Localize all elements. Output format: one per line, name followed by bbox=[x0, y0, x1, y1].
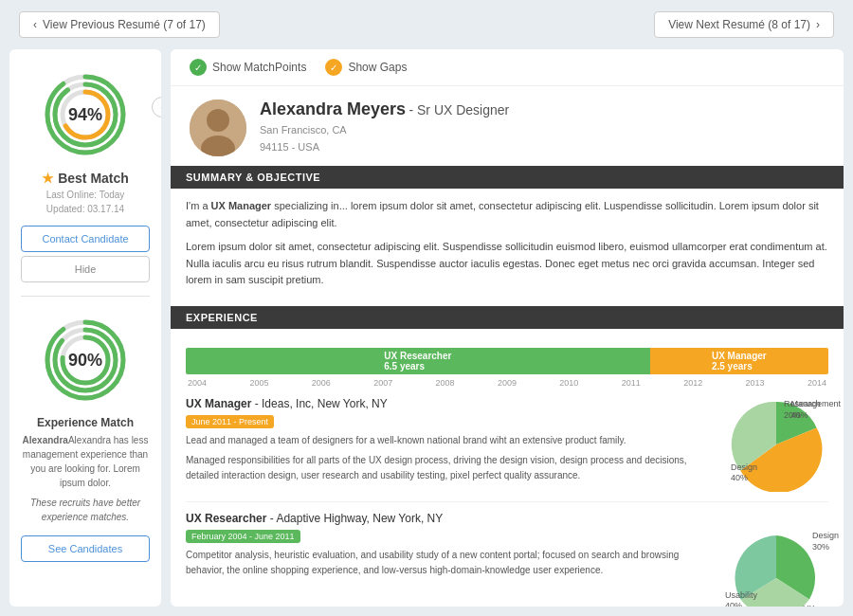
best-match-label: ★ Best Match bbox=[42, 171, 129, 186]
job-title-researcher: UX Researcher - Adaptive Highway, New Yo… bbox=[186, 512, 715, 525]
job-title-manager: UX Manager - Ideas, Inc, New York, NY bbox=[186, 397, 715, 410]
sidebar: ‹ 94% ★ Best Match Last Online: Today Up… bbox=[9, 49, 161, 607]
candidate-name: Alexandra Meyers - Sr UX Designer bbox=[260, 100, 509, 119]
summary-header: SUMMARY & OBJECTIVE bbox=[171, 166, 844, 189]
chevron-left-icon: ‹ bbox=[33, 18, 37, 31]
exp-match-label: Experience Match bbox=[37, 416, 134, 429]
contact-candidate-btn[interactable]: Contact Candidate bbox=[21, 226, 150, 252]
resume-panel: ✓ Show MatchPoints ✓ Show Gaps Alexandr bbox=[171, 49, 844, 607]
design-label-1: Design40% bbox=[731, 462, 757, 484]
job-date-researcher: February 2004 - June 2011 bbox=[186, 530, 300, 543]
exp-desc-1: AlexandraAlexandra has less management e… bbox=[21, 433, 150, 490]
mgmt-label: Management40% bbox=[790, 399, 841, 421]
candidate-location: San Francisco, CA 94115 - USA bbox=[260, 122, 509, 155]
next-resume-btn[interactable]: View Next Resumé (8 of 17) › bbox=[654, 11, 834, 38]
ux-label: UX30% bbox=[803, 604, 820, 607]
job-chart-manager: Research20% Management40% Design40% bbox=[724, 397, 828, 492]
job-desc-manager-2: Managed responsibilities for all parts o… bbox=[186, 453, 715, 483]
hide-btn[interactable]: Hide bbox=[21, 256, 150, 282]
year-labels: 2004 2005 2006 2007 2008 2009 2010 2011 … bbox=[186, 378, 828, 388]
usability-label: Usability40% bbox=[725, 590, 757, 607]
summary-content: I'm a UX Manager specializing in... lore… bbox=[171, 189, 844, 306]
chevron-right-icon: › bbox=[816, 18, 820, 31]
exp-ring: 90% bbox=[43, 317, 128, 403]
main-content: ‹ 94% ★ Best Match Last Online: Today Up… bbox=[0, 49, 853, 616]
candidate-details: Alexandra Meyers - Sr UX Designer San Fr… bbox=[260, 100, 509, 155]
avatar bbox=[190, 100, 246, 156]
last-online: Last Online: Today bbox=[46, 188, 125, 202]
match-ring: 94% bbox=[43, 72, 128, 157]
summary-p2: Lorem ipsum dolor sit amet, consectetur … bbox=[186, 239, 828, 289]
job-chart-researcher: Design30% Usability40% UX30% bbox=[724, 512, 828, 607]
prev-resume-btn[interactable]: ‹ View Previous Resumé (7 of 17) bbox=[19, 11, 220, 38]
collapse-sidebar-btn[interactable]: ‹ bbox=[152, 97, 161, 118]
sidebar-divider bbox=[21, 296, 150, 297]
top-nav: ‹ View Previous Resumé (7 of 17) View Ne… bbox=[0, 0, 853, 49]
design-label-2: Design30% bbox=[812, 531, 839, 553]
job-desc-researcher: Competitor analysis, heuristic evaluatio… bbox=[186, 548, 715, 578]
show-gaps-toggle[interactable]: ✓ Show Gaps bbox=[325, 59, 407, 76]
job-desc-manager-1: Lead and managed a team of designers for… bbox=[186, 433, 715, 448]
see-candidates-btn[interactable]: See Candidates bbox=[21, 535, 150, 562]
match-points-toggle[interactable]: ✓ Show MatchPoints bbox=[190, 59, 306, 76]
updated: Updated: 03.17.14 bbox=[46, 202, 124, 216]
job-entry-researcher: UX Researcher - Adaptive Highway, New Yo… bbox=[186, 502, 828, 607]
summary-p1: I'm a UX Manager specializing in... lore… bbox=[186, 198, 828, 231]
candidate-info: Alexandra Meyers - Sr UX Designer San Fr… bbox=[171, 86, 844, 166]
exp-percent: 90% bbox=[68, 351, 102, 371]
experience-content: UX Researcher6.5 years UX Manager2.5 yea… bbox=[171, 329, 844, 607]
summary-section: SUMMARY & OBJECTIVE I'm a UX Manager spe… bbox=[171, 166, 844, 306]
timeline-bar: UX Researcher6.5 years UX Manager2.5 yea… bbox=[186, 348, 828, 374]
exp-desc-2: These recruits have better experience ma… bbox=[21, 496, 150, 524]
job-text-manager: UX Manager - Ideas, Inc, New York, NY Ju… bbox=[186, 397, 715, 492]
experience-header: EXPERIENCE bbox=[171, 306, 844, 329]
match-percent: 94% bbox=[68, 105, 102, 125]
star-icon: ★ bbox=[42, 171, 54, 186]
check-orange-icon: ✓ bbox=[325, 59, 342, 76]
job-entry-manager: UX Manager - Ideas, Inc, New York, NY Ju… bbox=[186, 388, 828, 502]
job-text-researcher: UX Researcher - Adaptive Highway, New Yo… bbox=[186, 512, 715, 607]
timeline-researcher: UX Researcher6.5 years bbox=[186, 348, 650, 374]
check-green-icon: ✓ bbox=[190, 59, 207, 76]
job-date-manager: June 2011 - Present bbox=[186, 415, 274, 428]
svg-point-13 bbox=[207, 109, 229, 132]
toggles-bar: ✓ Show MatchPoints ✓ Show Gaps bbox=[171, 49, 844, 86]
timeline-manager: UX Manager2.5 years bbox=[650, 348, 828, 374]
experience-section: EXPERIENCE UX Researcher6.5 years UX Man… bbox=[171, 306, 844, 607]
